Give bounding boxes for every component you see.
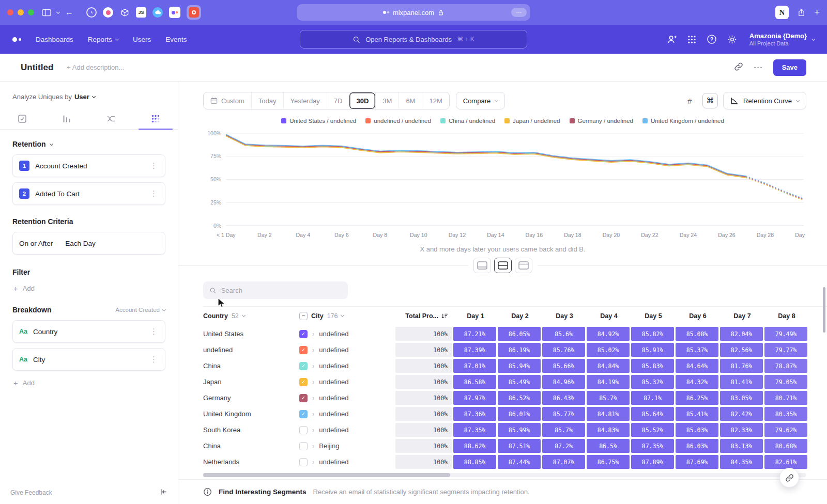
address-more-button[interactable]: ⋯ xyxy=(511,8,527,17)
more-options-icon[interactable]: ⋯ xyxy=(754,62,763,73)
retention-section-title[interactable]: Retention xyxy=(12,140,165,148)
date-range-12m[interactable]: 12M xyxy=(422,92,449,109)
date-range-7d[interactable]: 7D xyxy=(327,92,349,109)
annotations-hash-icon[interactable]: # xyxy=(682,93,697,108)
favicon-mixpanel-icon[interactable] xyxy=(169,7,180,18)
row-checkbox[interactable]: ✓ xyxy=(299,330,308,338)
chart-type-dropdown[interactable]: Retention Curve xyxy=(723,92,806,109)
table-row[interactable]: undefined✓›undefined100%87.39%86.19%85.7… xyxy=(203,343,827,357)
tab-retention[interactable] xyxy=(133,108,178,129)
table-row[interactable]: Germany✓›undefined100%87.97%86.52%86.43%… xyxy=(203,391,827,405)
table-search-input[interactable] xyxy=(221,287,342,294)
table-row[interactable]: South Korea›undefined100%87.35%85.99%85.… xyxy=(203,423,827,437)
close-window-button[interactable] xyxy=(7,9,13,15)
tab-insights[interactable] xyxy=(0,108,44,129)
date-range-30d[interactable]: 30D xyxy=(349,92,375,109)
column-header-country[interactable]: Country52 xyxy=(203,312,299,320)
date-range-6m[interactable]: 6M xyxy=(399,92,422,109)
legend-item-united-kingdom-undefined[interactable]: United Kingdom / undefined xyxy=(642,118,724,124)
compare-button[interactable]: Compare xyxy=(456,92,505,109)
tab-flows[interactable] xyxy=(89,108,133,129)
criteria-condition[interactable]: On or After xyxy=(19,240,53,247)
expand-chevron-icon[interactable]: › xyxy=(312,458,314,466)
new-tab-button[interactable]: + xyxy=(814,7,820,18)
global-search[interactable]: Open Reports & Dashboards ⌘ + K xyxy=(300,30,527,49)
table-row[interactable]: China✓›undefined100%87.01%85.94%85.66%84… xyxy=(203,359,827,373)
column-header-day-8[interactable]: Day 8 xyxy=(764,312,809,320)
favicon-box-icon[interactable] xyxy=(119,7,130,18)
share-link-fab[interactable] xyxy=(779,468,799,487)
expand-chevron-icon[interactable]: › xyxy=(312,426,314,434)
save-button[interactable]: Save xyxy=(773,59,806,76)
view-toggle-collapsed[interactable] xyxy=(473,258,491,273)
retention-step-added-to-cart[interactable]: 2Added To Cart⋮ xyxy=(12,182,165,205)
back-button[interactable]: ← xyxy=(65,8,73,17)
view-toggle-split[interactable] xyxy=(494,258,512,273)
row-checkbox[interactable] xyxy=(299,442,308,450)
legend-item-undefined-undefined[interactable]: undefined / undefined xyxy=(365,118,431,124)
favicon-record-icon[interactable] xyxy=(103,7,113,18)
give-feedback-link[interactable]: Give Feedback xyxy=(10,489,52,496)
view-toggle-expanded[interactable] xyxy=(515,258,532,273)
chevron-down-icon[interactable] xyxy=(57,12,59,13)
more-options-icon[interactable]: ⋮ xyxy=(149,355,159,364)
help-icon[interactable]: ? xyxy=(707,34,717,44)
share-icon[interactable] xyxy=(797,8,806,17)
column-header-day-1[interactable]: Day 1 xyxy=(453,312,498,320)
legend-item-japan-undefined[interactable]: Japan / undefined xyxy=(504,118,560,124)
expand-chevron-icon[interactable]: › xyxy=(312,394,314,402)
table-row[interactable]: Japan✓›undefined100%86.58%85.49%84.96%84… xyxy=(203,375,827,389)
nav-item-users[interactable]: Users xyxy=(133,36,151,43)
date-range-3m[interactable]: 3M xyxy=(375,92,399,109)
favicon-clock-icon[interactable] xyxy=(86,7,97,18)
column-header-day-6[interactable]: Day 6 xyxy=(676,312,720,320)
column-header-city[interactable]: –City176 xyxy=(299,312,395,320)
interesting-segments-bar[interactable]: Find Interesting Segments Receive an ema… xyxy=(178,479,827,504)
copy-link-icon[interactable] xyxy=(734,62,743,73)
nav-item-reports[interactable]: Reports xyxy=(88,36,118,43)
horizontal-scrollbar[interactable] xyxy=(203,473,806,477)
favicon-js-icon[interactable]: JS xyxy=(136,7,146,18)
legend-item-china-undefined[interactable]: China / undefined xyxy=(440,118,495,124)
breakdown-country[interactable]: AaCountry⋮ xyxy=(12,320,165,343)
expand-chevron-icon[interactable]: › xyxy=(312,330,314,338)
table-row[interactable]: United States✓›undefined100%87.21%86.05%… xyxy=(203,327,827,341)
expand-chevron-icon[interactable]: › xyxy=(312,442,314,450)
table-row[interactable]: China›Beijing100%88.62%87.51%87.2%86.5%8… xyxy=(203,439,827,453)
column-header-day-7[interactable]: Day 7 xyxy=(720,312,764,320)
collapse-sidebar-icon[interactable] xyxy=(160,488,167,497)
select-all-checkbox[interactable]: – xyxy=(299,312,308,320)
more-options-icon[interactable]: ⋮ xyxy=(149,161,159,170)
expand-chevron-icon[interactable]: › xyxy=(312,378,314,386)
table-row[interactable]: United Kingdom✓›undefined100%87.36%86.01… xyxy=(203,407,827,421)
row-checkbox[interactable]: ✓ xyxy=(299,394,308,402)
breakdown-city[interactable]: AaCity⋮ xyxy=(12,348,165,371)
report-title[interactable]: Untitled xyxy=(21,62,53,73)
table-search[interactable] xyxy=(203,281,348,299)
row-checkbox[interactable]: ✓ xyxy=(299,346,308,354)
expand-chevron-icon[interactable]: › xyxy=(312,362,314,370)
retention-criteria-control[interactable]: On or After Each Day xyxy=(12,232,165,255)
favicon-cloud-icon[interactable] xyxy=(152,7,163,18)
column-header-day-2[interactable]: Day 2 xyxy=(498,312,542,320)
nav-item-dashboards[interactable]: Dashboards xyxy=(36,36,73,43)
more-options-icon[interactable]: ⋮ xyxy=(149,327,159,336)
invite-user-icon[interactable] xyxy=(667,34,677,44)
row-checkbox[interactable] xyxy=(299,458,308,466)
sidebar-toggle-icon[interactable] xyxy=(42,9,51,17)
expand-chevron-icon[interactable]: › xyxy=(312,346,314,354)
column-header-day-5[interactable]: Day 5 xyxy=(631,312,676,320)
column-header-day-4[interactable]: Day 4 xyxy=(587,312,631,320)
command-shortcut-icon[interactable]: ⌘ xyxy=(702,93,718,108)
favicon-active-tab-icon[interactable] xyxy=(187,5,201,20)
row-checkbox[interactable] xyxy=(299,426,308,434)
analyze-entity-dropdown[interactable]: User xyxy=(74,93,95,101)
row-checkbox[interactable]: ✓ xyxy=(299,410,308,418)
column-header-day-3[interactable]: Day 3 xyxy=(542,312,587,320)
date-range-today[interactable]: Today xyxy=(251,92,283,109)
row-checkbox[interactable]: ✓ xyxy=(299,362,308,370)
row-checkbox[interactable]: ✓ xyxy=(299,378,308,386)
legend-item-united-states-undefined[interactable]: United States / undefined xyxy=(281,118,356,124)
expand-chevron-icon[interactable]: › xyxy=(312,410,314,418)
date-range-custom[interactable]: Custom xyxy=(204,92,251,109)
